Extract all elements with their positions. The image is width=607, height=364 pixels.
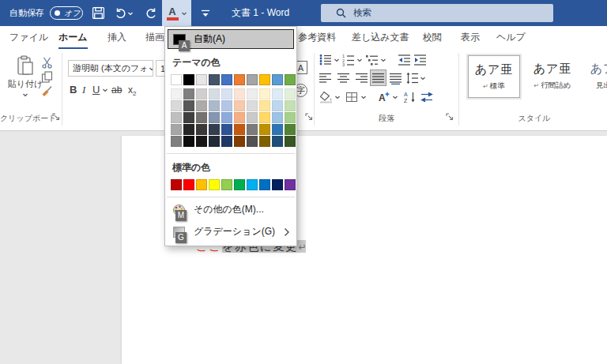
tab-help[interactable]: ヘルプ	[496, 26, 526, 49]
color-swatch[interactable]	[259, 74, 270, 85]
color-swatch[interactable]	[221, 112, 232, 123]
color-swatch[interactable]	[285, 88, 296, 99]
italic-button[interactable]: I	[82, 83, 85, 97]
decrease-indent-button[interactable]	[398, 54, 411, 66]
color-swatch[interactable]	[285, 124, 296, 135]
clipboard-dialog-launcher[interactable]	[52, 113, 61, 122]
color-swatch[interactable]	[171, 100, 182, 111]
sort-button[interactable]: AZ	[403, 91, 417, 103]
customize-qat-button[interactable]	[194, 0, 217, 26]
color-swatch[interactable]	[247, 100, 258, 111]
color-swatch[interactable]	[234, 136, 245, 147]
align-left-button[interactable]	[319, 72, 332, 84]
show-marks-button[interactable]	[420, 91, 433, 103]
color-swatch[interactable]	[209, 112, 220, 123]
color-swatch[interactable]	[259, 136, 270, 147]
numbered-list-chevron[interactable]	[356, 57, 363, 63]
underline-chevron[interactable]	[102, 87, 108, 93]
color-swatch[interactable]	[272, 179, 283, 190]
menu-item-gradient[interactable]: G グラデーション(G)	[165, 222, 296, 242]
subscript-button[interactable]: x2	[128, 83, 136, 97]
multilevel-list-button[interactable]	[366, 54, 379, 66]
color-swatch[interactable]	[272, 74, 283, 85]
paste-button[interactable]: 貼り付け	[6, 53, 44, 100]
color-swatch[interactable]	[209, 100, 220, 111]
bold-button[interactable]: B	[70, 83, 77, 97]
color-swatch[interactable]	[285, 112, 296, 123]
color-swatch[interactable]	[259, 112, 270, 123]
color-swatch[interactable]	[183, 88, 194, 99]
search-box[interactable]: 検索	[321, 4, 553, 22]
color-swatch[interactable]	[196, 124, 207, 135]
tab-home[interactable]: ホーム	[58, 26, 88, 49]
distribute-button[interactable]	[390, 72, 402, 84]
color-swatch[interactable]	[209, 124, 220, 135]
color-swatch[interactable]	[183, 100, 194, 111]
shading-chevron[interactable]	[334, 94, 341, 100]
copy-button[interactable]	[40, 70, 54, 83]
color-swatch[interactable]	[272, 88, 283, 99]
align-center-button[interactable]	[337, 72, 350, 84]
borders-chevron[interactable]	[360, 94, 367, 100]
line-spacing-button[interactable]	[406, 72, 419, 84]
menu-item-automatic[interactable]: A 自動(A)	[168, 29, 294, 49]
color-swatch[interactable]	[234, 74, 245, 85]
color-swatch[interactable]	[196, 100, 207, 111]
color-swatch[interactable]	[183, 124, 194, 135]
color-swatch[interactable]	[234, 124, 245, 135]
font-color-button[interactable]: A	[162, 0, 191, 26]
font-name-combo[interactable]: 游明朝 (本文のフォ	[68, 60, 153, 77]
text-effects-chevron[interactable]	[392, 94, 398, 100]
color-swatch[interactable]	[196, 74, 207, 85]
color-swatch[interactable]	[234, 112, 245, 123]
color-swatch[interactable]	[171, 88, 182, 99]
color-swatch[interactable]	[272, 112, 283, 123]
multilevel-list-chevron[interactable]	[380, 57, 386, 63]
color-swatch[interactable]	[285, 136, 296, 147]
numbered-list-button[interactable]: 123	[342, 54, 355, 66]
color-swatch[interactable]	[259, 88, 270, 99]
color-swatch[interactable]	[171, 179, 182, 190]
color-swatch[interactable]	[209, 136, 220, 147]
color-swatch[interactable]	[247, 124, 258, 135]
line-spacing-chevron[interactable]	[420, 75, 426, 81]
autosave-toggle[interactable]: オフ	[50, 6, 83, 20]
text-effects-button[interactable]: A	[377, 91, 390, 103]
style-card-normal[interactable]: あア亜 ↵標準	[468, 55, 520, 98]
color-swatch[interactable]	[171, 112, 182, 123]
color-swatch[interactable]	[221, 124, 232, 135]
color-swatch[interactable]	[234, 179, 245, 190]
tab-file[interactable]: ファイル	[9, 26, 48, 49]
color-swatch[interactable]	[221, 74, 232, 85]
tab-draw[interactable]: 描画	[145, 26, 164, 49]
color-swatch[interactable]	[221, 100, 232, 111]
color-swatch[interactable]	[247, 74, 258, 85]
color-swatch[interactable]	[272, 136, 283, 147]
font-dialog-launcher[interactable]	[305, 113, 314, 122]
color-swatch[interactable]	[285, 100, 296, 111]
color-swatch[interactable]	[259, 100, 270, 111]
tab-review[interactable]: 校閲	[423, 26, 442, 49]
color-swatch[interactable]	[196, 112, 207, 123]
cut-button[interactable]	[40, 56, 54, 69]
tab-view[interactable]: 表示	[461, 26, 480, 49]
tab-references[interactable]: 参考資料	[298, 26, 336, 49]
color-swatch[interactable]	[247, 88, 258, 99]
color-swatch[interactable]	[171, 74, 182, 85]
color-swatch[interactable]	[196, 136, 207, 147]
color-swatch[interactable]	[183, 74, 194, 85]
color-swatch[interactable]	[196, 179, 207, 190]
strikethrough-button[interactable]: ab	[111, 83, 122, 97]
color-swatch[interactable]	[272, 100, 283, 111]
bullet-list-button[interactable]	[319, 54, 332, 66]
bullet-list-chevron[interactable]	[334, 57, 340, 63]
redo-button[interactable]	[141, 0, 161, 26]
color-swatch[interactable]	[209, 74, 220, 85]
color-swatch[interactable]	[221, 179, 232, 190]
justify-button-selected[interactable]	[370, 69, 386, 86]
paragraph-dialog-launcher[interactable]	[446, 113, 454, 122]
color-swatch[interactable]	[285, 74, 296, 85]
color-swatch[interactable]	[209, 179, 220, 190]
color-swatch[interactable]	[209, 88, 220, 99]
color-swatch[interactable]	[285, 179, 296, 190]
